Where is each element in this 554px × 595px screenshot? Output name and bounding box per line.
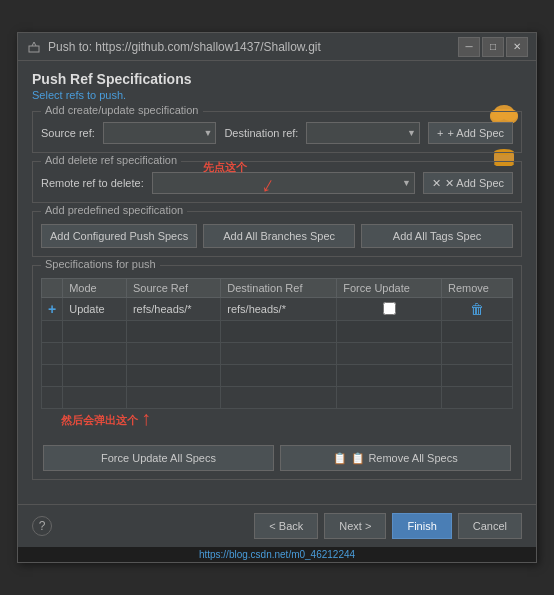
- back-button[interactable]: < Back: [254, 513, 318, 539]
- source-ref-label: Source ref:: [41, 127, 95, 139]
- cancel-button[interactable]: Cancel: [458, 513, 522, 539]
- window-title: Push to: https://github.com/shallow1437/…: [48, 40, 321, 54]
- footer-left: ?: [32, 516, 52, 536]
- delete-ref-row: Remote ref to delete: ▼ ✕ ✕ Add Spec: [41, 172, 513, 194]
- dest-ref-wrapper: ▼: [306, 122, 420, 144]
- add-delete-spec-button[interactable]: ✕ ✕ Add Spec: [423, 172, 513, 194]
- remote-ref-label: Remote ref to delete:: [41, 177, 144, 189]
- empty-dest: [221, 365, 337, 387]
- next-button[interactable]: Next >: [324, 513, 386, 539]
- add-all-tags-spec-button[interactable]: Add All Tags Spec: [361, 224, 513, 248]
- row-mode-cell: Update: [63, 298, 127, 321]
- footer: ? < Back Next > Finish Cancel: [18, 504, 536, 547]
- add-spec-label: + Add Spec: [447, 127, 504, 139]
- col-remove-header: Remove: [442, 279, 513, 298]
- col-source-header: Source Ref: [126, 279, 220, 298]
- content-area: ↓ Push Ref Specifications Select refs to…: [18, 61, 536, 498]
- main-window: Push to: https://github.com/shallow1437/…: [17, 32, 537, 563]
- page-title: Push Ref Specifications: [32, 71, 522, 87]
- row-force-cell: [337, 298, 442, 321]
- empty-source: [126, 365, 220, 387]
- empty-force: [337, 321, 442, 343]
- empty-remove: [442, 343, 513, 365]
- predefined-legend: Add predefined specification: [41, 204, 187, 216]
- predefined-section: Add predefined specification Add Configu…: [32, 211, 522, 257]
- titlebar-left: Push to: https://github.com/shallow1437/…: [26, 39, 321, 55]
- delete-ref-section: Add delete ref specification Remote ref …: [32, 161, 522, 203]
- maximize-button[interactable]: □: [482, 37, 504, 57]
- table-row: [42, 343, 513, 365]
- annotation-text-2: 然后会弹出这个: [61, 413, 138, 428]
- empty-remove: [442, 321, 513, 343]
- empty-dest: [221, 387, 337, 409]
- add-all-branches-spec-button[interactable]: Add All Branches Spec: [203, 224, 355, 248]
- empty-dest: [221, 343, 337, 365]
- row-source-cell: refs/heads/*: [126, 298, 220, 321]
- annotation-arrow-2: ↑: [141, 407, 151, 430]
- empty-remove: [442, 387, 513, 409]
- help-icon[interactable]: ?: [32, 516, 52, 536]
- predefined-buttons-row: Add Configured Push Specs Add All Branch…: [41, 224, 513, 248]
- empty-remove: [442, 365, 513, 387]
- close-button[interactable]: ✕: [506, 37, 528, 57]
- remove-row-icon[interactable]: 🗑: [470, 301, 484, 317]
- force-update-all-specs-button[interactable]: Force Update All Specs: [43, 445, 274, 471]
- empty-force: [337, 343, 442, 365]
- empty-icon: [42, 365, 63, 387]
- annotation-area: 然后会弹出这个 ↑: [41, 409, 513, 439]
- add-spec-plus-icon: +: [437, 127, 443, 139]
- empty-mode: [63, 321, 127, 343]
- row-plus-icon: +: [48, 301, 56, 317]
- add-spec-button[interactable]: + + Add Spec: [428, 122, 513, 144]
- row-remove-cell: 🗑: [442, 298, 513, 321]
- empty-mode: [63, 365, 127, 387]
- svg-rect-0: [29, 46, 39, 52]
- dest-ref-label: Destination ref:: [224, 127, 298, 139]
- create-update-row: Source ref: ▼ Destination ref: ▼ + +: [41, 122, 513, 144]
- table-row: + Update refs/heads/* refs/heads/* 🗑: [42, 298, 513, 321]
- push-icon: [26, 39, 42, 55]
- finish-button[interactable]: Finish: [392, 513, 451, 539]
- source-ref-wrapper: ▼: [103, 122, 217, 144]
- empty-force: [337, 365, 442, 387]
- spec-table: Mode Source Ref Destination Ref Force Up…: [41, 278, 513, 409]
- col-mode-header: Mode: [63, 279, 127, 298]
- url-bar: https://blog.csdn.net/m0_46212244: [18, 547, 536, 562]
- table-row: [42, 321, 513, 343]
- specs-for-push-section: Specifications for push Mode Source Ref …: [32, 265, 522, 480]
- spec-table-header-row: Mode Source Ref Destination Ref Force Up…: [42, 279, 513, 298]
- titlebar-controls: ─ □ ✕: [458, 37, 528, 57]
- dest-ref-select[interactable]: [306, 122, 420, 144]
- add-configured-push-specs-button[interactable]: Add Configured Push Specs: [41, 224, 197, 248]
- empty-mode: [63, 343, 127, 365]
- table-row: [42, 387, 513, 409]
- col-dest-header: Destination Ref: [221, 279, 337, 298]
- source-ref-select[interactable]: [103, 122, 217, 144]
- empty-icon: [42, 321, 63, 343]
- create-update-legend: Add create/update specification: [41, 104, 203, 116]
- remote-ref-wrapper: ▼: [152, 172, 415, 194]
- empty-icon: [42, 343, 63, 365]
- row-icon-cell: +: [42, 298, 63, 321]
- create-update-section: Add create/update specification Source r…: [32, 111, 522, 153]
- force-update-checkbox[interactable]: [383, 302, 396, 315]
- remote-ref-select[interactable]: [152, 172, 415, 194]
- bottom-buttons-row: Force Update All Specs 📋 📋 Remove All Sp…: [41, 445, 513, 471]
- remove-all-label: 📋 Remove All Specs: [351, 452, 457, 465]
- row-dest-cell: refs/heads/*: [221, 298, 337, 321]
- empty-source: [126, 321, 220, 343]
- empty-icon: [42, 387, 63, 409]
- delete-ref-legend: Add delete ref specification: [41, 154, 181, 166]
- table-row: [42, 365, 513, 387]
- delete-spec-x-icon: ✕: [432, 177, 441, 190]
- add-delete-spec-label: ✕ Add Spec: [445, 177, 504, 190]
- col-icon-header: [42, 279, 63, 298]
- col-force-header: Force Update: [337, 279, 442, 298]
- remove-all-specs-button[interactable]: 📋 📋 Remove All Specs: [280, 445, 511, 471]
- empty-source: [126, 343, 220, 365]
- minimize-button[interactable]: ─: [458, 37, 480, 57]
- remove-all-icon: 📋: [333, 452, 347, 465]
- empty-force: [337, 387, 442, 409]
- footer-right: < Back Next > Finish Cancel: [254, 513, 522, 539]
- titlebar: Push to: https://github.com/shallow1437/…: [18, 33, 536, 61]
